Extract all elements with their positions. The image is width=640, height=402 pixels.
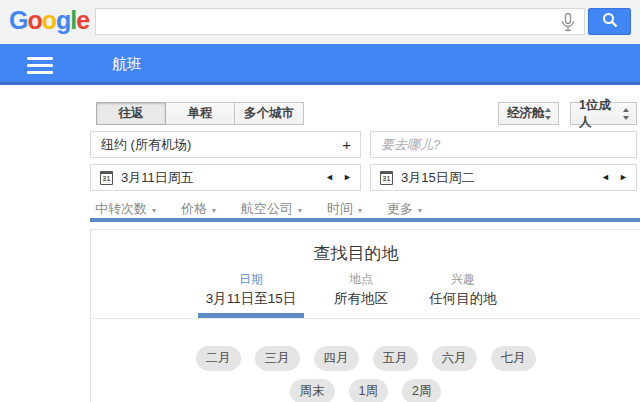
trip-tab-oneway[interactable]: 单程 [165,102,235,125]
trip-type-group: 往返 单程 多个城市 [97,102,304,125]
logo-letter: e [76,6,89,35]
calendar-icon: 31 [380,171,393,185]
filter-bar: 中转次数 ▾ 价格 ▾ 航空公司 ▾ 时间 ▾ 更多 ▾ [95,200,422,218]
app-title: 航班 [112,44,142,84]
filter-label: 更多 [387,200,413,218]
section-divider-blue [90,218,640,222]
departure-date-value: 3月11日周五 [121,165,194,190]
filter-airlines[interactable]: 航空公司 ▾ [241,200,302,218]
pill-two-weeks[interactable]: 2周 [402,379,441,402]
tab-value: 所有地区 [306,290,416,310]
google-search-input[interactable] [95,8,585,35]
explore-destinations-card: 查找目的地 日期 3月11日至15日 地点 所有地区 兴趣 任何目的地 二月 三… [90,229,640,402]
calendar-icon: 31 [100,171,113,185]
pill-month-feb[interactable]: 二月 [196,346,241,371]
filter-label: 价格 [181,200,207,218]
menu-icon[interactable] [27,57,53,74]
caret-down-icon: ▾ [358,204,362,215]
explore-tab-interests[interactable]: 兴趣 任何目的地 [408,230,518,250]
return-date-field[interactable]: 31 3月15日周二 ◄ ► [370,164,637,191]
flights-app-bar: 航班 [0,44,640,85]
tabs-divider [91,318,640,319]
explore-tab-dates[interactable]: 日期 3月11日至15日 [196,230,306,250]
tab-value: 任何目的地 [408,290,518,310]
spinner-icon [623,108,630,120]
pill-month-may[interactable]: 五月 [373,346,418,371]
trip-tab-multicity[interactable]: 多个城市 [234,102,304,125]
origin-input[interactable]: 纽约 (所有机场) + [90,131,361,158]
microphone-icon[interactable] [561,13,575,31]
filter-stops[interactable]: 中转次数 ▾ [95,200,156,218]
origin-value: 纽约 (所有机场) [101,137,191,152]
tab-label: 兴趣 [408,271,518,291]
next-day-arrow-icon[interactable]: ► [341,165,354,190]
passengers-value: 1位成人 [579,97,623,131]
search-button[interactable] [588,8,631,35]
pill-month-jun[interactable]: 六月 [432,346,477,371]
tab-label: 日期 [196,271,306,291]
caret-down-icon: ▾ [212,204,216,215]
cabin-class-value: 经济舱 [507,105,545,122]
tab-value: 3月11日至15日 [196,290,306,310]
filter-times[interactable]: 时间 ▾ [327,200,362,218]
logo-letter: o [42,6,56,35]
spinner-icon [545,108,552,120]
filter-label: 中转次数 [95,200,147,218]
filter-label: 航空公司 [241,200,293,218]
prev-day-arrow-icon[interactable]: ◄ [599,165,612,190]
caret-down-icon: ▾ [298,204,302,215]
next-day-arrow-icon[interactable]: ► [617,165,630,190]
logo-letter: o [27,6,41,35]
destination-input[interactable] [371,132,636,157]
pill-weekend[interactable]: 周末 [290,379,335,402]
tab-label: 地点 [306,271,416,291]
pill-month-jul[interactable]: 七月 [491,346,536,371]
logo-letter: g [56,6,70,35]
logo-letter: G [9,6,27,35]
departure-date-field[interactable]: 31 3月11日周五 ◄ ► [90,164,361,191]
filter-more[interactable]: 更多 ▾ [387,200,422,218]
passengers-select[interactable]: 1位成人 [570,102,637,125]
google-search-strip: Google [0,0,640,44]
destination-field [370,131,637,158]
prev-day-arrow-icon[interactable]: ◄ [323,165,336,190]
filter-label: 时间 [327,200,353,218]
caret-down-icon: ▾ [152,204,156,215]
pill-month-mar[interactable]: 三月 [255,346,300,371]
search-icon [602,12,618,32]
add-airport-button[interactable]: + [342,132,351,157]
filter-price[interactable]: 价格 ▾ [181,200,216,218]
duration-pill-row: 周末 1周 2周 [91,379,640,402]
explore-tab-location[interactable]: 地点 所有地区 [306,230,416,250]
trip-tab-roundtrip[interactable]: 往返 [96,102,166,125]
cabin-class-select[interactable]: 经济舱 [498,102,559,125]
month-pill-row: 二月 三月 四月 五月 六月 七月 [91,346,640,371]
google-logo[interactable]: Google [9,6,89,35]
return-date-value: 3月15日周二 [401,165,475,190]
pill-one-week[interactable]: 1周 [349,379,388,402]
pill-month-apr[interactable]: 四月 [314,346,359,371]
caret-down-icon: ▾ [418,204,422,215]
